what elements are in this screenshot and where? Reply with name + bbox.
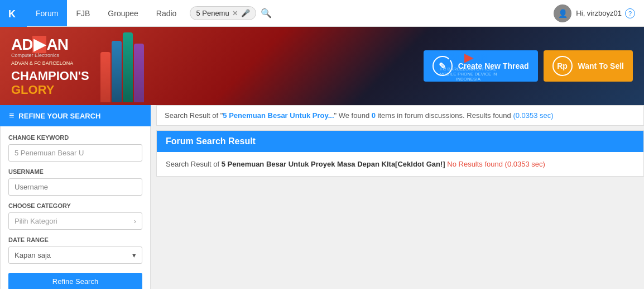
- banner-text-area: AD▶AN Computer Electronics ADVAN & FC BA…: [11, 35, 89, 96]
- date-range-label: DATE RANGE: [8, 236, 142, 243]
- nav-item-radio[interactable]: Radio: [147, 0, 186, 26]
- main-panel: Search Result of "5 Penemuan Besar Untuk…: [151, 105, 644, 289]
- nav-item-fjb[interactable]: FJB: [67, 0, 99, 26]
- banner-figures: [100, 30, 144, 102]
- result-body: Search Result of 5 Penemuan Besar Untuk …: [157, 152, 643, 176]
- banner-and-fc: ADVAN & FC BARCELONA: [11, 60, 89, 66]
- keyword-input[interactable]: [8, 144, 142, 162]
- change-keyword-label: CHANGE KEYWORD: [8, 134, 142, 141]
- search-chip[interactable]: 5 Penemu ✕ 🎤: [190, 6, 256, 20]
- result-header: Forum Search Result: [157, 131, 643, 152]
- navbar: K Forum FJB Groupee Radio 5 Penemu ✕ 🎤 🔍…: [0, 0, 644, 27]
- username-label: USERNAME: [8, 168, 142, 175]
- banner-tagline: CHAMPION'S GLORY: [11, 69, 89, 96]
- search-count: 0: [372, 111, 376, 120]
- nav-item-forum[interactable]: Forum: [27, 0, 67, 26]
- content-area: ≡ REFINE YOUR SEARCH CHANGE KEYWORD USER…: [0, 105, 644, 289]
- refine-label: REFINE YOUR SEARCH: [18, 112, 100, 120]
- refine-header: ≡ REFINE YOUR SEARCH: [0, 105, 151, 126]
- search-info-bar: Search Result of "5 Penemuan Besar Untuk…: [156, 105, 644, 126]
- nav-right: 👤 Hi, virzboyz01 ?: [554, 4, 644, 22]
- result-prefix: Search Result of: [166, 160, 222, 168]
- refine-search-button[interactable]: Refine Search: [8, 273, 142, 289]
- category-select[interactable]: Pilih Kategori ›: [8, 212, 142, 230]
- banner-sub: Computer Electronics: [11, 53, 89, 58]
- help-icon[interactable]: ?: [625, 8, 635, 18]
- chevron-right-icon: ›: [134, 217, 136, 225]
- result-keyword: 5 Penemuan Besar Untuk Proyek Masa Depan…: [222, 160, 445, 168]
- sidebar: ≡ REFINE YOUR SEARCH CHANGE KEYWORD USER…: [0, 105, 151, 289]
- advan-logo: AD▶AN: [11, 35, 89, 54]
- banner-fc-info: AD▶AN FC BARCELONA OFFICIAL MOBILE PHONE…: [432, 27, 504, 105]
- category-placeholder: Pilih Kategori: [15, 217, 57, 225]
- search-keyword: 5 Penemuan Besar Untuk Proy...: [223, 111, 334, 120]
- site-logo[interactable]: K: [0, 0, 27, 27]
- nav-item-groupee[interactable]: Groupee: [99, 0, 147, 26]
- list-icon: ≡: [9, 111, 14, 121]
- banner: AD▶AN Computer Electronics ADVAN & FC BA…: [0, 27, 644, 105]
- mic-icon[interactable]: 🎤: [241, 9, 250, 17]
- search-middle: " We found: [334, 111, 372, 120]
- rp-icon: Rp: [552, 56, 573, 76]
- date-range-select[interactable]: Kapan saja ▾: [8, 247, 142, 264]
- no-results-text: No Results found (0.0353 sec): [445, 160, 545, 168]
- nav-search-area: 5 Penemu ✕ 🎤 🔍: [190, 6, 271, 20]
- search-button[interactable]: 🔍: [261, 8, 272, 18]
- svg-text:K: K: [8, 8, 16, 20]
- banner-content: AD▶AN Computer Electronics ADVAN & FC BA…: [0, 27, 412, 105]
- result-panel: Forum Search Result Search Result of 5 P…: [156, 130, 644, 177]
- search-prefix: Search Result of ": [165, 111, 223, 120]
- username-label: Hi, virzboyz01: [576, 9, 622, 17]
- close-icon[interactable]: ✕: [232, 10, 238, 17]
- want-sell-label: Want To Sell: [578, 61, 624, 70]
- category-label: CHOOSE CATEGORY: [8, 202, 142, 209]
- want-to-sell-button[interactable]: Rp Want To Sell: [544, 50, 633, 82]
- nav-items: Forum FJB Groupee Radio 5 Penemu ✕ 🎤 🔍: [27, 0, 554, 26]
- username-input[interactable]: [8, 178, 142, 196]
- search-time: (0.0353 sec): [513, 111, 553, 120]
- search-chip-text: 5 Penemu: [196, 9, 229, 17]
- sidebar-body: CHANGE KEYWORD USERNAME CHOOSE CATEGORY …: [0, 126, 151, 289]
- date-range-value: Kapan saja: [15, 251, 51, 259]
- avatar: 👤: [554, 4, 571, 22]
- chevron-down-icon: ▾: [132, 251, 136, 259]
- search-suffix: items in forum discussions. Results foun…: [376, 111, 513, 120]
